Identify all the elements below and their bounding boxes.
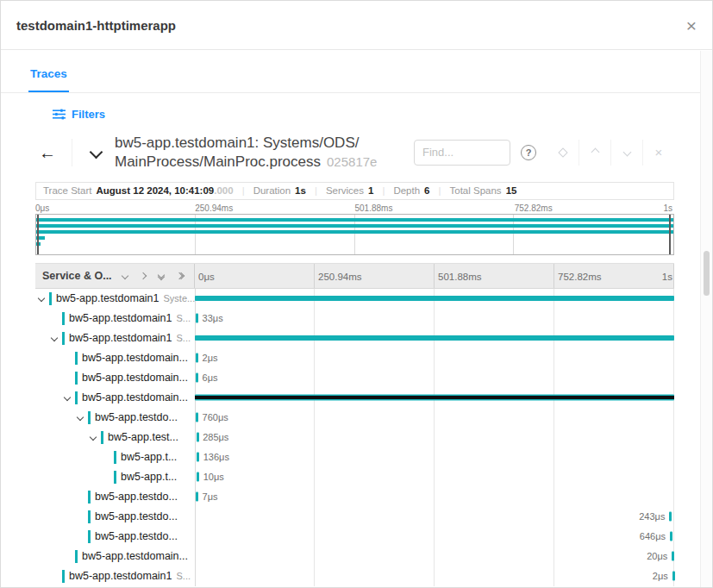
span-row-label-cell[interactable]: bw5-app.t...: [35, 471, 195, 484]
span-row-label-cell[interactable]: bw5-app.t...: [35, 451, 195, 464]
find-input[interactable]: [414, 140, 510, 166]
span-duration-bar[interactable]: [197, 433, 199, 442]
span-service-name: bw5-app.testdomain1: [69, 332, 172, 344]
span-row-label-cell[interactable]: bw5-app.testdomain...: [35, 550, 195, 563]
span-timeline-cell[interactable]: 20μs: [195, 547, 674, 566]
span-timeline-cell[interactable]: 2μs: [195, 348, 674, 368]
span-row[interactable]: bw5-app.testdomain...2μs: [35, 348, 674, 368]
row-expand-chevron-icon[interactable]: [64, 394, 71, 401]
span-duration-bar[interactable]: [196, 353, 198, 363]
summary-value: 1s: [295, 185, 306, 196]
span-timeline-cell[interactable]: 10μs: [195, 467, 674, 487]
span-duration-bar[interactable]: [669, 512, 672, 522]
span-operation-name: S...: [177, 333, 191, 343]
span-row[interactable]: bw5-app.testdo...646μs: [35, 527, 674, 547]
clear-find-icon[interactable]: ×: [642, 140, 674, 166]
span-timeline-cell[interactable]: 33μs: [195, 309, 674, 328]
span-duration-bar[interactable]: [196, 373, 198, 383]
span-timeline-cell[interactable]: 2μs: [195, 566, 674, 586]
span-row[interactable]: bw5-app.testdomain...: [35, 388, 674, 408]
expand-one-icon[interactable]: [141, 273, 146, 278]
span-timeline-cell[interactable]: 760μs: [195, 408, 674, 428]
span-row-label-cell[interactable]: bw5-app.testdo...: [35, 530, 195, 543]
collapse-trace-chevron-icon[interactable]: [91, 147, 101, 157]
expand-all-icon[interactable]: [177, 273, 184, 278]
timeline-minimap[interactable]: [35, 214, 674, 255]
row-expand-chevron-icon[interactable]: [90, 434, 97, 441]
span-row-label-cell[interactable]: bw5-app.testdo...: [35, 510, 195, 523]
back-button[interactable]: ←: [35, 139, 72, 166]
tab-traces[interactable]: Traces: [28, 67, 69, 92]
span-row[interactable]: bw5-app.testdomain1S...2μs: [35, 566, 674, 586]
span-row[interactable]: bw5-app.testdomain1Syste...: [35, 289, 674, 309]
span-duration-bar[interactable]: [197, 472, 199, 482]
time-tick-label: 501.88ms: [355, 203, 393, 213]
span-row[interactable]: bw5-app.testdo...7μs: [35, 487, 674, 507]
span-timeline-cell[interactable]: 243μs: [195, 507, 674, 527]
collapse-all-icon[interactable]: [159, 272, 164, 279]
row-expand-chevron-icon[interactable]: [51, 335, 58, 341]
minimap-left-handle[interactable]: [37, 215, 39, 254]
span-duration-bar[interactable]: [196, 314, 198, 323]
span-color-strip: [88, 411, 91, 424]
scrollbar-thumb[interactable]: [704, 251, 710, 296]
summary-value-suffix: .000: [214, 185, 233, 196]
span-duration-bar[interactable]: [195, 395, 674, 401]
span-row[interactable]: bw5-app.testdomain...6μs: [35, 368, 674, 388]
collapse-one-icon[interactable]: [122, 273, 128, 278]
service-column-header: Service & O...: [42, 270, 112, 282]
span-row-label-cell[interactable]: bw5-app.testdomain1S...: [35, 312, 195, 325]
span-row[interactable]: bw5-app.t...10μs: [35, 467, 674, 487]
span-row[interactable]: bw5-app.testdomain...20μs: [35, 547, 674, 566]
span-row-label-cell[interactable]: bw5-app.testdomain1S...: [35, 570, 195, 583]
span-row-label-cell[interactable]: bw5-app.testdomain1Syste...: [35, 292, 195, 305]
scrollbar[interactable]: [700, 51, 712, 587]
span-row-label-cell[interactable]: bw5-app.test...: [35, 431, 195, 444]
span-timeline-cell[interactable]: [195, 388, 674, 408]
span-duration-bar[interactable]: [670, 532, 672, 541]
span-row-label-cell[interactable]: bw5-app.testdo...: [35, 411, 195, 424]
span-color-strip: [88, 530, 91, 543]
span-row[interactable]: bw5-app.testdomain1S...33μs: [35, 309, 674, 328]
time-tick-label: 752.82ms: [554, 264, 602, 290]
row-expand-chevron-icon[interactable]: [77, 414, 84, 421]
span-timeline-cell[interactable]: 6μs: [195, 368, 674, 388]
span-row[interactable]: bw5-app.test...285μs: [35, 428, 674, 447]
minimap-right-handle[interactable]: [669, 215, 671, 254]
span-duration-label: 136μs: [203, 452, 229, 462]
span-row-label-cell[interactable]: bw5-app.testdo...: [35, 491, 195, 504]
span-row-label-cell[interactable]: bw5-app.testdomain1S...: [35, 332, 195, 345]
close-icon[interactable]: ×: [686, 16, 697, 34]
span-timeline-cell[interactable]: 7μs: [195, 487, 674, 507]
span-row-label-cell[interactable]: bw5-app.testdomain...: [35, 372, 195, 385]
span-duration-bar[interactable]: [672, 572, 675, 581]
span-timeline-cell[interactable]: 136μs: [195, 447, 674, 467]
span-row-label-cell[interactable]: bw5-app.testdomain...: [35, 391, 195, 404]
span-timeline-cell[interactable]: 646μs: [195, 527, 674, 547]
span-row[interactable]: bw5-app.t...136μs: [35, 447, 674, 467]
minimap-tick-row: 0μs250.94ms501.88ms752.82ms1s: [35, 202, 674, 214]
span-row-label-cell[interactable]: bw5-app.testdomain...: [35, 352, 195, 365]
summary-separator: |: [315, 185, 317, 196]
span-row[interactable]: bw5-app.testdomain1S...: [35, 328, 674, 348]
span-duration-bar[interactable]: [195, 335, 674, 341]
span-timeline-cell[interactable]: [195, 328, 674, 348]
span-duration-bar[interactable]: [672, 552, 674, 561]
row-expand-chevron-icon[interactable]: [38, 295, 45, 302]
filters-button[interactable]: Filters: [53, 108, 105, 121]
span-row[interactable]: bw5-app.testdo...243μs: [35, 507, 674, 527]
span-duration-bar[interactable]: [196, 492, 198, 502]
help-icon[interactable]: ?: [521, 145, 536, 160]
span-timeline-cell[interactable]: 285μs: [195, 428, 674, 447]
trace-id: 025817e: [327, 154, 377, 169]
span-duration-bar[interactable]: [197, 453, 199, 462]
minimap-span-bar: [36, 230, 673, 234]
prev-result-chevron-icon[interactable]: [579, 140, 610, 166]
span-color-strip: [88, 510, 91, 523]
focus-span-icon[interactable]: [547, 140, 579, 166]
span-duration-bar[interactable]: [196, 413, 198, 422]
next-result-chevron-icon[interactable]: [610, 140, 642, 166]
span-duration-bar[interactable]: [195, 296, 674, 301]
span-timeline-cell[interactable]: [195, 289, 674, 309]
span-row[interactable]: bw5-app.testdo...760μs: [35, 408, 674, 428]
